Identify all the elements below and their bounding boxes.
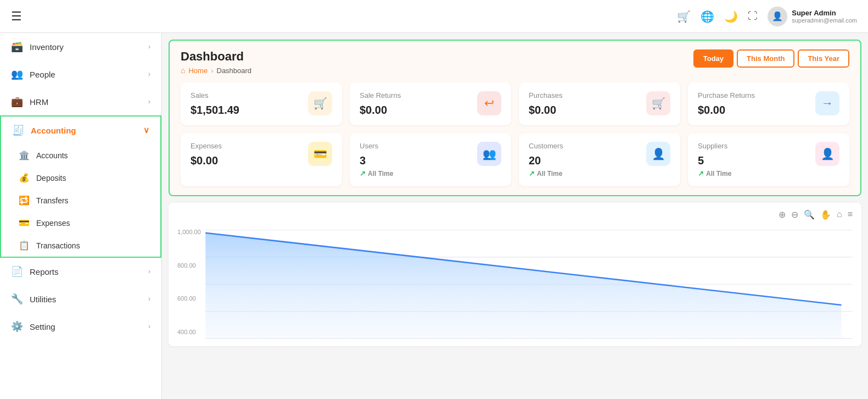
pan-icon[interactable]: ✋	[820, 209, 831, 220]
sidebar-item-setting[interactable]: ⚙️ Setting ›	[0, 313, 161, 340]
transfers-icon: 🔁	[19, 195, 30, 206]
accounting-arrow-icon: ∨	[143, 125, 149, 135]
reports-arrow-icon: ›	[148, 268, 150, 275]
area-chart-svg	[177, 224, 853, 340]
accounts-icon: 🏛️	[19, 150, 30, 160]
submenu-item-transactions[interactable]: 📋 Transactions	[1, 234, 160, 257]
expenses-icon: 💳	[19, 218, 30, 228]
sidebar-label-inventory: Inventory	[30, 42, 64, 52]
submenu-label-transactions: Transactions	[36, 241, 80, 250]
zoom-in-icon[interactable]: ⊕	[779, 209, 786, 220]
users-icon: 👥	[483, 147, 496, 160]
main-layout: 🗃️ Inventory › 👥 People › 💼 HRM ›	[0, 33, 868, 399]
y-label-1000: 1,000.00	[177, 229, 208, 235]
submenu-item-expenses[interactable]: 💳 Expenses	[1, 212, 160, 234]
suppliers-value: 5 ↗ All Time	[698, 154, 731, 178]
users-label: Users	[360, 142, 393, 150]
chart-y-labels: 1,000.00 800.00 600.00 400.00	[177, 224, 208, 340]
accounting-section: 🧾 Accounting ∨ 🏛️ Accounts 💰 Deposits 🔁 …	[0, 115, 161, 258]
breadcrumb: ⌂ Home › Dashboard	[181, 66, 251, 75]
suppliers-sub: ↗ All Time	[698, 169, 731, 178]
sale-returns-value: $0.00	[360, 104, 401, 117]
sales-value: $1,501.49	[191, 104, 239, 117]
submenu-label-accounts: Accounts	[36, 151, 68, 160]
dashboard-header: Dashboard ⌂ Home › Dashboard Today This …	[181, 49, 849, 75]
customers-value: 20 ↗ All Time	[529, 154, 563, 178]
sidebar-item-people[interactable]: 👥 People ›	[0, 60, 161, 88]
transactions-icon: 📋	[19, 240, 30, 251]
stat-card-users: Users 3 ↗ All Time 👥	[350, 133, 511, 186]
users-trend-icon: ↗	[360, 169, 366, 178]
submenu-item-transfers[interactable]: 🔁 Transfers	[1, 189, 160, 212]
hrm-arrow-icon: ›	[148, 98, 150, 106]
stat-card-sale-returns: Sale Returns $0.00 ↩	[350, 82, 511, 125]
globe-icon[interactable]: 🌐	[701, 10, 714, 23]
this-month-button[interactable]: This Month	[737, 49, 794, 68]
customers-icon: 👤	[652, 147, 665, 160]
moon-icon[interactable]: 🌙	[724, 10, 738, 23]
y-label-800: 800.00	[177, 262, 208, 269]
user-email: superadmin@email.com	[792, 17, 857, 24]
stat-card-customers: Customers 20 ↗ All Time 👤	[519, 133, 680, 186]
sidebar-item-accounting[interactable]: 🧾 Accounting ∨	[1, 117, 160, 144]
hamburger-menu-icon[interactable]: ☰	[11, 9, 22, 24]
sidebar-item-utilities[interactable]: 🔧 Utilities ›	[0, 285, 161, 313]
page-title: Dashboard	[181, 49, 251, 64]
sidebar-label-hrm: HRM	[30, 97, 48, 107]
sales-label: Sales	[191, 91, 239, 99]
dashboard-title-block: Dashboard ⌂ Home › Dashboard	[181, 49, 251, 75]
expenses-stat-label: Expenses	[191, 142, 222, 150]
expenses-stat-value: $0.00	[191, 154, 222, 167]
customers-label: Customers	[529, 142, 563, 150]
stat-card-purchases: Purchases $0.00 🛒	[519, 82, 680, 125]
suppliers-label: Suppliers	[698, 142, 731, 150]
stat-card-suppliers: Suppliers 5 ↗ All Time 👤	[688, 133, 849, 186]
cart-icon[interactable]: 🛒	[677, 10, 691, 23]
submenu-label-transfers: Transfers	[36, 196, 69, 205]
stat-card-purchase-returns: Purchase Returns $0.00 →	[688, 82, 849, 125]
menu-icon[interactable]: ≡	[848, 209, 853, 220]
zoom-out-icon[interactable]: ⊖	[791, 209, 798, 220]
customers-trend-icon: ↗	[529, 169, 535, 178]
sidebar-label-utilities: Utilities	[30, 295, 56, 304]
purchases-value: $0.00	[529, 104, 562, 117]
sidebar-item-hrm[interactable]: 💼 HRM ›	[0, 88, 161, 115]
sidebar-label-accounting: Accounting	[31, 126, 76, 135]
user-name: Super Admin	[792, 9, 857, 17]
customers-icon-box: 👤	[646, 142, 670, 166]
purchases-icon-box: 🛒	[646, 91, 670, 115]
home-reset-icon[interactable]: ⌂	[837, 209, 842, 220]
chart-area: 1,000.00 800.00 600.00 400.00	[177, 224, 853, 340]
users-icon-box: 👥	[477, 142, 501, 166]
breadcrumb-home-link[interactable]: Home	[188, 66, 208, 75]
sidebar-label-reports: Reports	[30, 267, 59, 276]
suppliers-icon-box: 👤	[815, 142, 839, 166]
sale-returns-icon: ↩	[484, 96, 494, 110]
breadcrumb-separator: ›	[211, 66, 213, 75]
utilities-arrow-icon: ›	[148, 295, 150, 303]
today-button[interactable]: Today	[693, 49, 733, 68]
submenu-item-deposits[interactable]: 💰 Deposits	[1, 167, 160, 189]
stats-grid: Sales $1,501.49 🛒 Sale Returns $0.00	[181, 82, 849, 186]
sidebar-item-reports[interactable]: 📄 Reports ›	[0, 258, 161, 285]
purchases-label: Purchases	[529, 91, 562, 99]
reports-icon: 📄	[11, 265, 23, 278]
period-buttons: Today This Month This Year	[693, 49, 849, 68]
user-info: 👤 Super Admin superadmin@email.com	[768, 7, 857, 26]
setting-arrow-icon: ›	[148, 323, 150, 330]
hrm-icon: 💼	[11, 96, 23, 108]
purchase-returns-icon: →	[821, 96, 833, 110]
users-value: 3 ↗ All Time	[360, 154, 393, 178]
sidebar-item-inventory[interactable]: 🗃️ Inventory ›	[0, 33, 161, 60]
header-right: 🛒 🌐 🌙 ⛶ 👤 Super Admin superadmin@email.c…	[677, 7, 857, 26]
fullscreen-icon[interactable]: ⛶	[748, 10, 758, 22]
suppliers-trend-icon: ↗	[698, 169, 704, 178]
search-zoom-icon[interactable]: 🔍	[804, 209, 815, 220]
expenses-stat-icon: 💳	[313, 147, 327, 160]
y-label-600: 600.00	[177, 295, 208, 302]
breadcrumb-current: Dashboard	[217, 66, 252, 75]
stat-card-sales: Sales $1,501.49 🛒	[181, 82, 342, 125]
this-year-button[interactable]: This Year	[798, 49, 849, 68]
submenu-item-accounts[interactable]: 🏛️ Accounts	[1, 144, 160, 167]
deposits-icon: 💰	[19, 173, 30, 183]
